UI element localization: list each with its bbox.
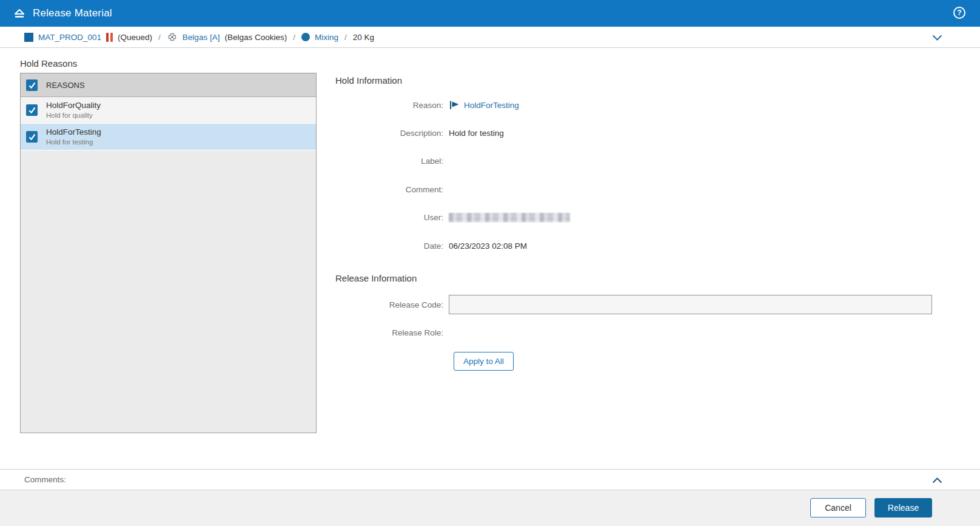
chevron-down-icon: [932, 35, 942, 41]
select-all-checkbox[interactable]: [26, 79, 38, 91]
field-row-date: Date: 06/23/2023 02:08 PM: [335, 241, 932, 251]
user-field-label: User:: [335, 213, 449, 222]
hold-information-title: Hold Information: [335, 75, 402, 86]
field-row-user: User:: [335, 213, 932, 222]
checkmark-icon: [27, 106, 36, 115]
breadcrumb-separator: /: [157, 33, 162, 42]
field-row-description: Description: Hold for testing: [335, 129, 932, 138]
comment-field-label: Comment:: [335, 185, 449, 194]
material-icon: [24, 33, 33, 42]
footer-action-bar: Cancel Release: [0, 490, 980, 526]
reason-row-holdfortesting[interactable]: HoldForTesting Hold for testing: [21, 124, 316, 150]
field-row-label: Label:: [335, 157, 932, 166]
release-material-window: Release Material ? MAT_PROD_001 (Queued)…: [0, 0, 980, 526]
operation-icon: [301, 33, 310, 41]
reason-name: HoldForQuality: [46, 100, 101, 111]
date-field-label: Date:: [335, 241, 449, 251]
reason-name: HoldForTesting: [46, 127, 101, 138]
quantity-label: 20 Kg: [353, 33, 374, 42]
material-link[interactable]: MAT_PROD_001: [38, 33, 101, 42]
hold-reasons-title: Hold Reasons: [20, 58, 77, 69]
field-row-release-code: Release Code:: [335, 295, 932, 314]
reason-value-link[interactable]: HoldForTesting: [464, 101, 519, 110]
comments-bar[interactable]: Comments:: [0, 469, 980, 490]
flag-icon: [449, 100, 460, 110]
eject-icon: [12, 6, 27, 21]
operation-link[interactable]: Mixing: [315, 33, 338, 42]
release-button[interactable]: Release: [874, 498, 932, 518]
breadcrumb: MAT_PROD_001 (Queued) / Belgas [A] (Belg…: [0, 27, 980, 48]
reasons-header-label: REASONS: [46, 81, 85, 90]
user-value-redacted: [449, 213, 570, 222]
comments-label: Comments:: [24, 475, 66, 484]
breadcrumb-separator: /: [343, 33, 348, 42]
breadcrumb-separator: /: [292, 33, 297, 42]
field-row-release-role: Release Role:: [335, 328, 932, 337]
description-field-label: Description:: [335, 129, 449, 138]
reason-description: Hold for testing: [46, 138, 101, 147]
cancel-button[interactable]: Cancel: [810, 498, 866, 518]
field-row-comment: Comment:: [335, 185, 932, 194]
reason-field-label: Reason:: [335, 101, 449, 110]
breadcrumb-expand-button[interactable]: [932, 34, 942, 43]
release-code-label: Release Code:: [335, 300, 449, 309]
page-title: Release Material: [33, 7, 112, 19]
comments-collapse-button[interactable]: [932, 476, 942, 485]
release-information-title: Release Information: [335, 273, 417, 283]
app-header: Release Material ?: [0, 0, 980, 27]
status-label: (Queued): [118, 33, 152, 42]
release-code-input[interactable]: [449, 295, 932, 314]
chevron-up-icon: [932, 477, 942, 484]
select-all-row[interactable]: REASONS: [21, 73, 316, 97]
help-icon[interactable]: ?: [953, 7, 965, 19]
description-field-value: Hold for testing: [449, 129, 932, 138]
label-field-label: Label:: [335, 157, 449, 166]
apply-to-all-button[interactable]: Apply to All: [454, 352, 514, 371]
reason-description: Hold for quality: [46, 111, 101, 120]
field-row-reason: Reason: HoldForTesting: [335, 100, 932, 110]
checkmark-icon: [27, 132, 36, 141]
collapse-header-button[interactable]: [12, 6, 27, 21]
equipment-description: (Belgas Cookies): [224, 33, 287, 42]
reason-row-holdforquality[interactable]: HoldForQuality Hold for quality: [21, 97, 316, 124]
date-field-value: 06/23/2023 02:08 PM: [449, 241, 932, 251]
paused-status-icon: [106, 33, 113, 42]
checkmark-icon: [27, 81, 36, 90]
release-role-label: Release Role:: [335, 328, 449, 337]
equipment-icon: [167, 32, 178, 42]
reason-checkbox[interactable]: [26, 104, 38, 116]
hold-reasons-list: REASONS HoldForQuality Hold for quality …: [20, 73, 317, 433]
reason-checkbox[interactable]: [26, 131, 38, 143]
equipment-link[interactable]: Belgas [A]: [183, 33, 220, 42]
